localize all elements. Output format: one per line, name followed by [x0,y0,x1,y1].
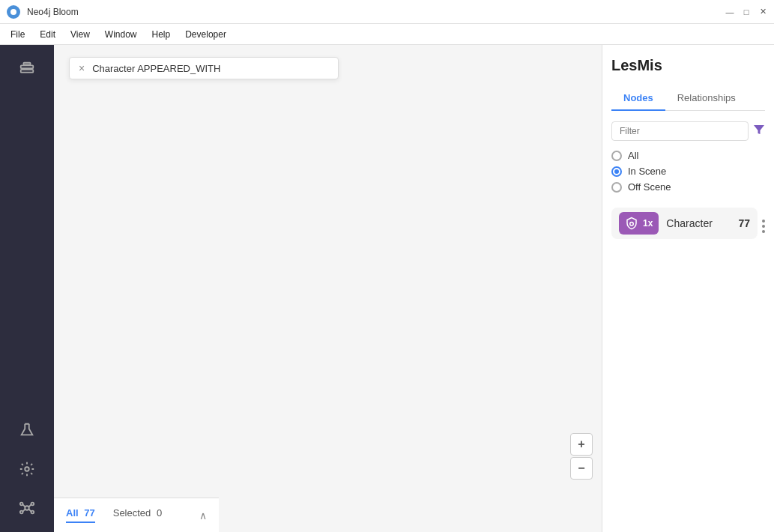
panel-tabs: Nodes Relationships [611,86,765,111]
connections-icon [19,500,35,516]
app-title: Neo4j Bloom [27,7,79,17]
bottom-panel: All 77 Selected 0 ∧ [54,498,219,532]
svg-point-1 [10,9,16,15]
all-tab[interactable]: All 77 [66,507,95,523]
title-bar: Neo4j Bloom — □ ✕ [0,0,774,24]
zoom-controls: + − [570,433,593,480]
sidebar [0,45,54,532]
radio-all[interactable]: All [611,150,765,161]
svg-point-10 [31,511,34,514]
svg-point-9 [20,511,23,514]
svg-rect-3 [21,70,34,73]
svg-line-13 [23,509,26,512]
filter-row [611,121,765,141]
svg-line-12 [28,504,31,507]
zoom-in-button[interactable]: + [570,433,593,456]
node-type-count: 77 [738,217,750,229]
flask-icon [19,422,35,438]
svg-point-8 [31,503,34,506]
title-bar-controls: — □ ✕ [725,7,768,17]
app-body: × Character APPEARED_WITH + − All 77 Sel… [0,45,774,532]
node-type-label: Character [666,217,712,229]
app-logo-icon [6,4,21,19]
menu-view[interactable]: View [63,26,97,43]
svg-line-14 [28,509,31,512]
maximize-button[interactable]: □ [741,7,752,17]
node-badge: 1x [619,212,659,235]
svg-point-7 [20,503,23,506]
radio-in-scene-btn[interactable] [611,166,622,177]
radio-group: All In Scene Off Scene [611,150,765,197]
svg-point-5 [25,467,29,471]
filter-input[interactable] [611,121,749,141]
radio-off-scene[interactable]: Off Scene [611,181,765,193]
radio-all-btn[interactable] [611,151,622,161]
menu-file[interactable]: File [3,26,32,43]
zoom-out-button[interactable]: − [570,457,593,480]
tab-nodes[interactable]: Nodes [611,86,665,111]
radio-in-scene[interactable]: In Scene [611,166,765,177]
shield-icon [625,217,638,230]
search-bar: × Character APPEARED_WITH [69,57,339,79]
sidebar-item-layers[interactable] [7,51,46,87]
menu-bar: File Edit View Window Help Developer [0,24,774,45]
menu-window[interactable]: Window [97,26,145,43]
sidebar-item-settings[interactable] [7,451,46,487]
layers-icon [19,61,35,77]
panel-title: LesMis [611,57,765,74]
svg-rect-4 [23,63,30,65]
selected-tab[interactable]: Selected 0 [113,507,162,523]
close-button[interactable]: ✕ [758,7,768,17]
dots-menu[interactable] [762,220,765,233]
menu-edit[interactable]: Edit [32,26,63,43]
menu-help[interactable]: Help [145,26,178,43]
title-bar-left: Neo4j Bloom [6,4,79,19]
sidebar-item-connections[interactable] [7,490,46,526]
right-panel: LesMis Nodes Relationships All In Scene [602,45,774,532]
search-clear-button[interactable]: × [79,62,85,74]
sidebar-item-flask[interactable] [7,412,46,448]
minimize-button[interactable]: — [725,7,735,17]
settings-icon [19,461,35,477]
radio-off-scene-btn[interactable] [611,182,622,193]
svg-rect-2 [21,65,34,68]
main-canvas[interactable]: × Character APPEARED_WITH + − All 77 Sel… [54,45,602,532]
search-text: Character APPEARED_WITH [92,63,220,74]
collapse-button[interactable]: ∧ [199,510,207,522]
svg-point-397 [630,223,634,226]
svg-line-11 [23,504,26,507]
tab-relationships[interactable]: Relationships [665,86,748,111]
menu-developer[interactable]: Developer [178,26,234,43]
node-type-card[interactable]: 1x Character 77 [611,208,758,239]
filter-icon[interactable] [753,124,765,139]
